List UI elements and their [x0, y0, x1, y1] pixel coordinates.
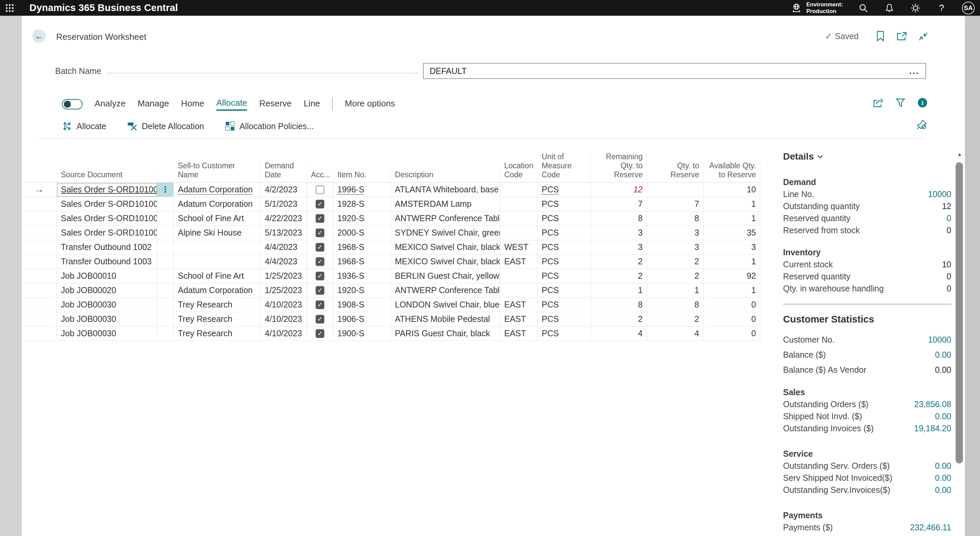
cell-source[interactable]: Transfer Outbound 1002 — [57, 240, 157, 255]
table-row[interactable]: Sales Order S-ORD101003School of Fine Ar… — [22, 211, 760, 226]
cell-date[interactable]: 4/10/2023 — [261, 327, 307, 341]
panel-scrollbar[interactable] — [956, 162, 963, 463]
row-menu-dots[interactable] — [157, 197, 174, 211]
unpin-icon[interactable] — [916, 119, 928, 130]
cell-location[interactable]: EAST — [500, 327, 538, 341]
cell-remaining[interactable]: 4 — [591, 327, 647, 341]
detail-value[interactable]: 0.00 — [935, 533, 951, 536]
panel-scroll-up-arrow[interactable]: ▲ — [956, 151, 963, 157]
accept-checkbox[interactable]: ✓ — [316, 214, 325, 223]
cell-description[interactable]: ATHENS Mobile Pedestal — [391, 312, 500, 327]
cell-source[interactable]: Transfer Outbound 1003 — [57, 255, 157, 269]
table-row[interactable]: Transfer Outbound 10024/4/2023✓1968-SMEX… — [22, 240, 760, 255]
detail-value[interactable]: 19,184.20 — [914, 422, 951, 434]
cell-source[interactable]: Job JOB00030 — [57, 327, 157, 341]
tab-home[interactable]: Home — [181, 98, 204, 110]
accept-checkbox[interactable]: ✓ — [316, 300, 325, 309]
cell-location[interactable]: EAST — [500, 312, 538, 327]
cell-uom[interactable]: PCS — [538, 312, 591, 327]
row-menu-dots[interactable] — [157, 269, 174, 283]
tab-line[interactable]: Line — [304, 98, 320, 110]
cell-date[interactable]: 4/2/2023 — [261, 183, 307, 197]
cell-uom[interactable]: PCS — [538, 197, 591, 211]
column-header[interactable]: Qty. to Reserve — [647, 161, 703, 183]
cell-qty[interactable]: 2 — [647, 312, 703, 327]
back-button[interactable]: ← — [32, 29, 46, 43]
accept-cell[interactable] — [307, 183, 333, 197]
table-row[interactable]: Job JOB00030Trey Research4/10/2023✓1908-… — [22, 298, 760, 312]
cell-date[interactable]: 5/13/2023 — [261, 226, 307, 240]
cell-location[interactable] — [500, 226, 538, 240]
detail-value[interactable]: 0.00 — [935, 484, 951, 496]
open-in-new-window-icon[interactable] — [896, 30, 907, 42]
detail-value[interactable]: 0 — [947, 212, 951, 224]
batch-lookup-button[interactable]: ... — [909, 69, 920, 73]
cell-description[interactable]: MEXICO Swivel Chair, black — [391, 255, 500, 269]
table-row[interactable]: Sales Order S-ORD101002Adatum Corporatio… — [22, 197, 760, 211]
row-menu-dots[interactable] — [157, 226, 174, 240]
column-header[interactable]: Remaining Qty. to Reserve — [591, 152, 647, 183]
cell-source[interactable]: Job JOB00030 — [57, 298, 157, 312]
cell-qty[interactable]: 4 — [647, 327, 703, 341]
detail-value[interactable]: 0.00 — [935, 460, 951, 472]
cell-description[interactable]: PARIS Guest Chair, black — [391, 327, 500, 341]
app-title[interactable]: Dynamics 365 Business Central — [29, 2, 178, 13]
cell-date[interactable]: 4/4/2023 — [261, 255, 307, 269]
cell-customer[interactable]: School of Fine Art — [174, 211, 261, 226]
accept-cell[interactable]: ✓ — [307, 283, 333, 298]
cell-item[interactable]: 1996-S — [333, 183, 391, 197]
cell-customer[interactable]: Adatum Corporation — [174, 283, 261, 298]
delete-allocation-button[interactable]: Delete Allocation — [127, 121, 204, 131]
cell-date[interactable]: 4/4/2023 — [261, 240, 307, 255]
app-launcher-icon[interactable] — [2, 0, 18, 16]
cell-date[interactable]: 1/25/2023 — [261, 283, 307, 298]
cell-date[interactable]: 4/10/2023 — [261, 312, 307, 327]
column-header[interactable]: Sell-to Customer Name — [174, 161, 261, 183]
detail-value[interactable]: 0.00 — [935, 347, 951, 362]
row-menu-dots[interactable] — [157, 312, 174, 327]
row-menu-dots[interactable] — [157, 255, 174, 269]
cell-description[interactable]: LONDON Swivel Chair, blue — [391, 298, 500, 312]
cell-available[interactable]: 1 — [703, 211, 760, 226]
cell-item[interactable]: 1906-S — [333, 312, 391, 327]
cell-remaining[interactable]: 12 — [591, 183, 647, 197]
accept-cell[interactable]: ✓ — [307, 327, 333, 341]
accept-cell[interactable]: ✓ — [307, 312, 333, 327]
detail-value[interactable]: 232,466.11 — [910, 521, 951, 533]
collapse-icon[interactable] — [918, 30, 929, 42]
accept-cell[interactable]: ✓ — [307, 211, 333, 226]
cell-location[interactable]: WEST — [500, 240, 538, 255]
detail-value[interactable]: 10000 — [928, 332, 951, 347]
cell-uom[interactable]: PCS — [538, 255, 591, 269]
row-menu-dots[interactable]: ⋮ — [157, 183, 174, 197]
cell-source[interactable]: Sales Order S-ORD101001 — [57, 183, 157, 197]
cell-item[interactable]: 1908-S — [333, 298, 391, 312]
accept-checkbox[interactable]: ✓ — [316, 315, 325, 324]
avatar[interactable]: SA — [962, 2, 975, 14]
accept-checkbox[interactable]: ✓ — [316, 228, 325, 237]
cell-qty[interactable]: 3 — [647, 240, 703, 255]
cell-uom[interactable]: PCS — [538, 327, 591, 341]
share-icon[interactable] — [873, 97, 884, 108]
cell-item[interactable]: 1900-S — [333, 327, 391, 341]
cell-location[interactable] — [500, 269, 538, 283]
settings-gear-icon[interactable] — [910, 2, 921, 14]
cell-description[interactable]: AMSTERDAM Lamp — [391, 197, 500, 211]
accept-checkbox[interactable]: ✓ — [316, 257, 325, 266]
cell-available[interactable]: 92 — [703, 269, 760, 283]
cell-uom[interactable]: PCS — [538, 183, 591, 197]
accept-cell[interactable]: ✓ — [307, 226, 333, 240]
detail-value[interactable]: 23,856.08 — [914, 398, 951, 410]
cell-uom[interactable]: PCS — [538, 283, 591, 298]
analyze-toggle[interactable] — [62, 99, 83, 109]
column-header[interactable]: Demand Date — [261, 161, 307, 183]
cell-description[interactable]: BERLIN Guest Chair, yellow — [391, 269, 500, 283]
cell-description[interactable]: ATLANTA Whiteboard, base — [391, 183, 500, 197]
cell-customer[interactable]: Trey Research — [174, 298, 261, 312]
cell-date[interactable]: 5/1/2023 — [261, 197, 307, 211]
cell-available[interactable]: 35 — [703, 226, 760, 240]
cell-qty[interactable]: 2 — [647, 269, 703, 283]
column-header[interactable]: Acc... — [307, 170, 333, 183]
cell-customer[interactable]: School of Fine Art — [174, 269, 261, 283]
row-menu-dots[interactable] — [157, 240, 174, 255]
